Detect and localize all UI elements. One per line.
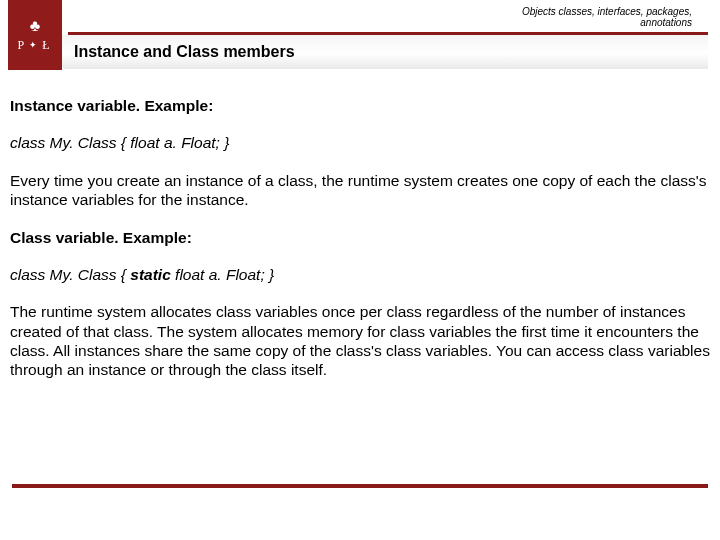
slide-body: Instance variable. Example: class My. Cl…	[0, 78, 720, 408]
eagle-icon: ✦	[29, 40, 40, 50]
breadcrumb: Objects classes, interfaces, packages, a…	[522, 6, 692, 28]
section2-code: class My. Class { static float a. Float;…	[10, 265, 710, 284]
footer-divider	[12, 484, 708, 488]
section2-code-pre: class My. Class {	[10, 266, 130, 283]
logo-letter-left: P	[17, 38, 27, 53]
slide-header: Objects classes, interfaces, packages, a…	[0, 0, 720, 78]
university-logo: ♣ P ✦ Ł	[8, 0, 62, 70]
title-bar: Instance and Class members	[62, 35, 708, 69]
section2-heading: Class variable. Example:	[10, 228, 710, 247]
breadcrumb-line1: Objects classes, interfaces, packages,	[522, 6, 692, 17]
section1-heading: Instance variable. Example:	[10, 96, 710, 115]
logo-letters: P ✦ Ł	[17, 38, 52, 53]
breadcrumb-line2: annotations	[522, 17, 692, 28]
section2-code-post: float a. Float; }	[171, 266, 274, 283]
static-keyword: static	[130, 266, 171, 283]
section2-paragraph: The runtime system allocates class varia…	[10, 302, 710, 380]
flame-icon: ♣	[30, 18, 41, 34]
section1-code: class My. Class { float a. Float; }	[10, 133, 710, 152]
page-title: Instance and Class members	[74, 43, 295, 61]
section1-paragraph: Every time you create an instance of a c…	[10, 171, 710, 210]
logo-letter-right: Ł	[42, 38, 52, 53]
